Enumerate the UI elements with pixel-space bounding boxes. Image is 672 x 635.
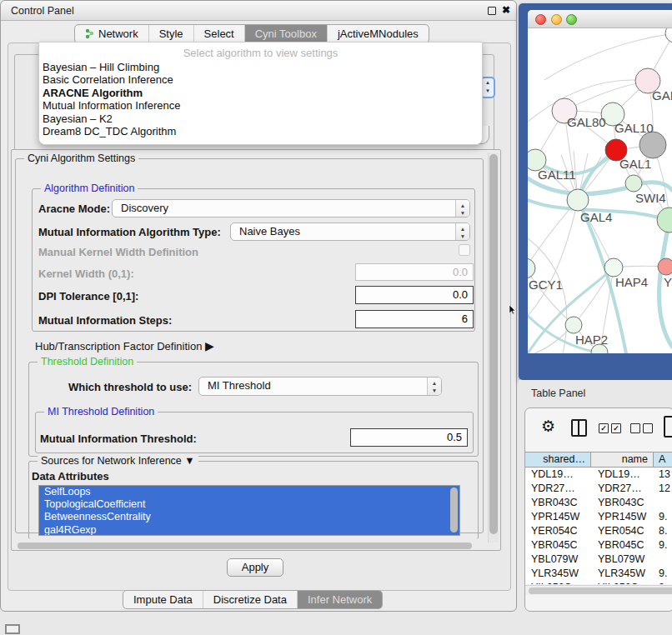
mi-steps-field[interactable]: 6 (355, 310, 474, 328)
network-window-frame[interactable]: GAL GAL80 GAL10 GAL1 GAL11 SWI4 GAL4 HAP… (519, 3, 672, 380)
control-panel-titlebar[interactable]: Control Panel ✖ (1, 1, 516, 21)
node-label: GAL (652, 88, 672, 102)
tab-network[interactable]: Network (75, 25, 148, 42)
dropdown-item[interactable]: Basic Correlation Inference (39, 73, 482, 86)
vertical-scrollbar[interactable] (488, 152, 499, 542)
node-green-large (657, 208, 672, 232)
group-title: Cyni Algorithm Settings (24, 152, 138, 164)
stepper-arrows-icon: ▲▼ (427, 378, 441, 395)
node-labels: GAL GAL80 GAL10 GAL1 GAL11 SWI4 GAL4 HAP… (529, 88, 672, 347)
dpi-tolerance-field[interactable]: 0.0 (355, 286, 474, 304)
list-item[interactable]: TopologicalCoefficient (39, 498, 459, 511)
deselect-all-checkboxes-icon[interactable] (630, 423, 653, 433)
horizontal-scrollbar[interactable] (14, 541, 486, 551)
dropdown-prompt: Select algorithm to view settings (39, 42, 482, 61)
cell: YBR045C (524, 538, 591, 552)
node-swi4 (625, 175, 642, 192)
cell: YIL052C (591, 581, 654, 584)
node-label: GAL11 (538, 168, 576, 182)
table-row[interactable]: YER054CYER054C8. (524, 524, 672, 538)
cell: YBR043C (591, 496, 654, 510)
kernel-width-field[interactable]: 0.0 (355, 263, 474, 281)
apply-button[interactable]: Apply (227, 558, 283, 577)
mi-type-combo[interactable]: Naive Bayes ▲▼ (230, 222, 470, 241)
node (665, 28, 672, 42)
cell: YDL19… (524, 468, 591, 482)
table-row[interactable]: YBR043CYBR043C (524, 496, 672, 510)
group-title: MI Threshold Definition (44, 406, 158, 418)
table-row[interactable]: YBL079WYBL079W (524, 552, 672, 567)
cyni-settings-panel: Cyni Algorithm Settings Algorithm Defini… (11, 149, 501, 551)
zoom-traffic-light[interactable] (566, 14, 577, 25)
minimized-panel-icon[interactable] (5, 624, 20, 634)
cell: YIL052C (524, 581, 591, 584)
table-row[interactable]: YDR27…YDR27…12 (524, 482, 672, 496)
node-salmon (658, 258, 672, 275)
close-traffic-light[interactable] (535, 14, 546, 25)
tab-jactivemnodules[interactable]: jActiveMNodules (327, 25, 429, 42)
node-label: GAL10 (614, 121, 654, 135)
data-attributes-list[interactable]: SelfLoops TopologicalCoefficient Between… (38, 485, 460, 536)
cell: 13 (654, 468, 672, 482)
columns-icon[interactable] (571, 419, 587, 437)
table-panel: ⚙ ✓✓ shared… name A YDL19…YDL19…13 YDR27… (524, 408, 672, 612)
cell: 9. (654, 581, 672, 584)
table-horizontal-scrollbar[interactable] (525, 585, 672, 595)
node-hap4 (604, 258, 623, 277)
tab-label: Network (98, 25, 138, 42)
column-header[interactable]: name (591, 452, 654, 468)
cell: YLR345W (591, 567, 654, 581)
select-all-checkboxes-icon[interactable]: ✓✓ (599, 423, 621, 433)
scrollbar-thumb[interactable] (18, 542, 472, 549)
table-body[interactable]: YDL19…YDL19…13 YDR27…YDR27…12 YBR043CYBR… (524, 468, 672, 584)
algorithm-dropdown-popup: Select algorithm to view settings Bayesi… (38, 42, 483, 145)
table-row[interactable]: YBR045CYBR045C9. (524, 538, 672, 552)
mi-steps-label: Mutual Information Steps: (38, 314, 172, 327)
tab-impute-data[interactable]: Impute Data (123, 591, 203, 608)
table-row[interactable]: YPR145WYPR145W9. (524, 510, 672, 524)
cell: YER054C (524, 524, 591, 538)
list-item[interactable]: SelfLoops (39, 486, 459, 498)
gear-icon[interactable]: ⚙ (541, 417, 555, 436)
node-label: Y (664, 275, 672, 289)
network-titlebar[interactable] (528, 10, 672, 28)
document-icon[interactable] (664, 416, 672, 438)
column-header[interactable]: A (654, 452, 672, 468)
dropdown-item[interactable]: Bayesian – K2 (39, 112, 482, 125)
sources-group-title[interactable]: Sources for Network Inference ▼ (38, 455, 198, 467)
manual-kernel-label: Manual Kernel Width Definition (38, 246, 198, 258)
aracne-mode-combo[interactable]: Discovery ▲▼ (112, 199, 470, 218)
scrollbar-thumb[interactable] (529, 588, 672, 594)
list-scrollbar-thumb[interactable] (450, 488, 458, 532)
list-item[interactable]: gal4RGexp (39, 524, 459, 536)
cell: YDR27… (591, 482, 654, 496)
tab-style[interactable]: Style (148, 25, 193, 42)
node-hap2 (565, 317, 582, 333)
hub-section-toggle[interactable]: Hub/Transcription Factor Definition ▶ (35, 339, 214, 352)
cell: YBR045C (591, 538, 654, 552)
dropdown-item-selected[interactable]: ARACNE Algorithm (39, 87, 482, 99)
scrollbar-thumb[interactable] (489, 154, 498, 534)
mi-threshold-field[interactable]: 0.5 (350, 428, 468, 447)
which-threshold-combo[interactable]: MI Threshold ▲▼ (198, 377, 442, 396)
tab-select[interactable]: Select (193, 25, 244, 42)
tab-discretize-data[interactable]: Discretize Data (203, 591, 297, 608)
table-row[interactable]: YLR345WYLR345W9. (524, 567, 672, 581)
table-row[interactable]: YDL19…YDL19…13 (524, 468, 672, 482)
dropdown-item[interactable]: Mutual Information Inference (39, 99, 482, 112)
tab-label: Discretize Data (213, 591, 287, 608)
tab-infer-network[interactable]: Infer Network (297, 591, 382, 608)
minimize-traffic-light[interactable] (551, 14, 562, 25)
dpi-tolerance-label: DPI Tolerance [0,1]: (38, 290, 138, 302)
list-item[interactable]: BetweennessCentrality (39, 511, 459, 523)
dropdown-item[interactable]: Dream8 DC_TDC Algorithm (39, 125, 482, 138)
network-canvas[interactable]: GAL GAL80 GAL10 GAL1 GAL11 SWI4 GAL4 HAP… (528, 28, 672, 353)
close-icon[interactable]: ✖ (502, 4, 510, 16)
manual-kernel-checkbox[interactable] (459, 244, 470, 256)
tab-label: jActiveMNodules (338, 25, 419, 42)
tab-cyni-toolbox[interactable]: Cyni Toolbox (244, 25, 327, 42)
float-window-icon[interactable] (488, 7, 496, 15)
dropdown-item[interactable]: Bayesian – Hill Climbing (39, 61, 482, 73)
table-row[interactable]: YIL052CYIL052C9. (524, 581, 672, 584)
column-header[interactable]: shared… (524, 452, 591, 468)
